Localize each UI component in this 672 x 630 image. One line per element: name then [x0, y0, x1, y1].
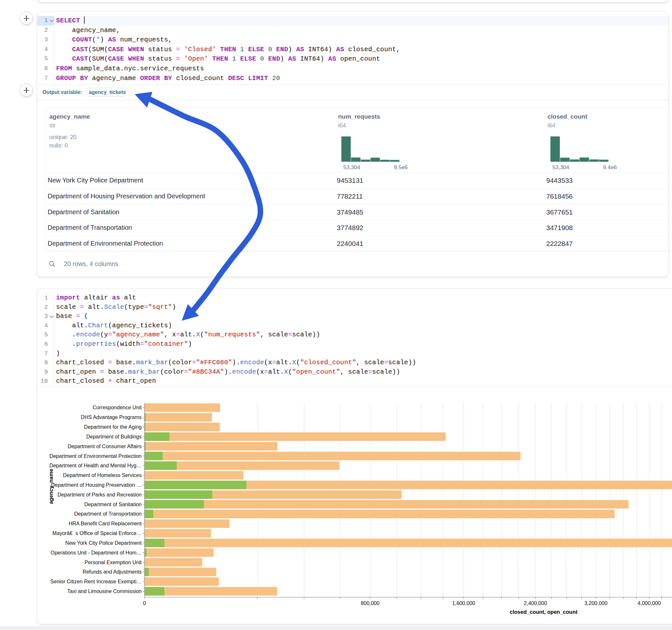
svg-text:Department of Health and Menta: Department of Health and Mental Hyg…: [49, 463, 142, 468]
svg-text:Department of Parks and Recrea: Department of Parks and Recreation: [57, 492, 142, 498]
svg-text:Department of Environmental Pr: Department of Environmental Protection: [49, 453, 142, 459]
svg-text:Department of Buildings: Department of Buildings: [86, 434, 142, 439]
svg-text:Department of Consumer Affairs: Department of Consumer Affairs: [68, 444, 142, 449]
svg-text:Personal Exemption Unit: Personal Exemption Unit: [85, 560, 142, 565]
svg-text:Department of Homeless Service: Department of Homeless Services: [63, 472, 142, 478]
svg-text:Senior Citizen Rent Increase E: Senior Citizen Rent Increase Exempti…: [50, 579, 142, 584]
svg-text:4,000,000: 4,000,000: [638, 601, 661, 606]
svg-text:1,600,000: 1,600,000: [452, 601, 475, 606]
svg-text:closed_count, open_count: closed_count, open_count: [510, 609, 578, 615]
svg-text:Correspondence Unit: Correspondence Unit: [93, 405, 142, 410]
svg-text:HRA Benefit Card Replacement: HRA Benefit Card Replacement: [69, 521, 142, 526]
svg-text:Taxi and Limousine Commission: Taxi and Limousine Commission: [67, 588, 142, 594]
svg-text:0: 0: [143, 601, 146, 606]
svg-text:agency_name: agency_name: [48, 468, 54, 504]
svg-text:New York City Police Departmen: New York City Police Department: [65, 540, 142, 546]
svg-text:2,400,000: 2,400,000: [524, 601, 547, 606]
svg-text:Refunds and Adjustments: Refunds and Adjustments: [83, 569, 142, 575]
svg-text:800,000: 800,000: [361, 601, 380, 606]
svg-text:Department for the Aging: Department for the Aging: [84, 424, 142, 430]
svg-text:Operations Unit - Department o: Operations Unit - Department of Hom…: [51, 550, 142, 555]
svg-text:Department of Housing Preserva: Department of Housing Preservation …: [51, 482, 142, 488]
svg-text:Department of Transportation: Department of Transportation: [74, 511, 142, 516]
svg-text:3,200,000: 3,200,000: [584, 601, 607, 606]
svg-text:Mayorâ€ s Office of Special E: Mayorâ€ s Office of Special Enforce…: [52, 531, 142, 536]
svg-text:Department of Sanitation: Department of Sanitation: [84, 502, 142, 507]
svg-text:DHS Advantage Programs: DHS Advantage Programs: [81, 414, 142, 420]
